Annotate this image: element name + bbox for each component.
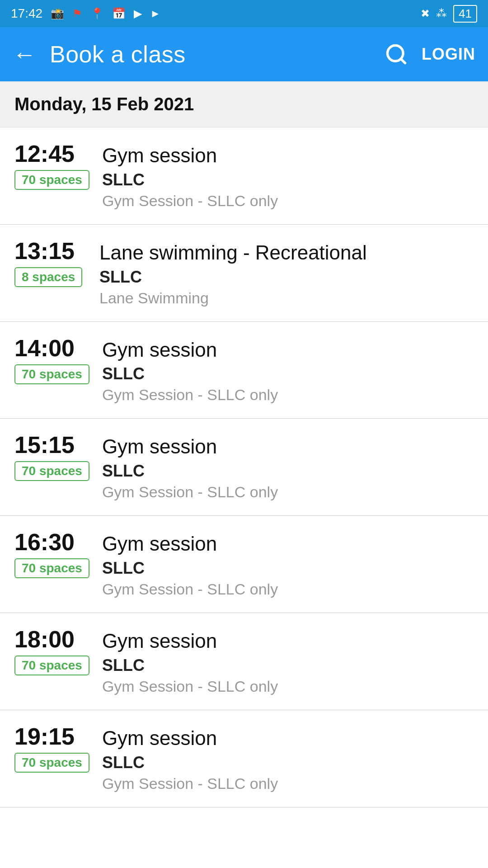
class-item[interactable]: 16:30 70 spaces Gym session SLLC Gym Ses… (0, 516, 488, 613)
class-name: Lane swimming - Recreational (99, 241, 474, 265)
class-item[interactable]: 15:15 70 spaces Gym session SLLC Gym Ses… (0, 419, 488, 516)
class-venue: SLLC (102, 462, 474, 481)
class-item[interactable]: 14:00 70 spaces Gym session SLLC Gym Ses… (0, 322, 488, 419)
class-info: Gym session SLLC Gym Session - SLLC only (102, 725, 474, 793)
status-bar: 17:42 📸 ⚑ 📍 📅 ▶ ► ✖ ⁂ 41 (0, 0, 488, 27)
class-time-col: 13:15 8 spaces (14, 239, 87, 287)
class-info: Gym session SLLC Gym Session - SLLC only (102, 142, 474, 210)
play-icon: ► (150, 7, 161, 20)
wifi-icon: ⁂ (436, 7, 447, 20)
class-description: Gym Session - SLLC only (102, 192, 474, 210)
class-time: 14:00 (14, 336, 75, 360)
class-venue: SLLC (102, 364, 474, 383)
battery-indicator: 41 (453, 5, 477, 23)
class-time: 12:45 (14, 142, 75, 165)
class-time: 15:15 (14, 433, 75, 457)
svg-line-1 (401, 59, 405, 63)
spaces-badge: 70 spaces (14, 753, 89, 773)
login-button[interactable]: LOGIN (422, 45, 475, 64)
class-venue: SLLC (102, 170, 474, 189)
class-name: Gym session (102, 435, 474, 459)
close-icon: ✖ (421, 7, 430, 20)
spaces-badge: 70 spaces (14, 656, 89, 675)
class-name: Gym session (102, 629, 474, 653)
youtube-icon: ▶ (134, 7, 142, 20)
class-info: Lane swimming - Recreational SLLC Lane S… (99, 239, 474, 307)
class-time-col: 15:15 70 spaces (14, 433, 89, 481)
class-venue: SLLC (99, 268, 474, 287)
class-name: Gym session (102, 338, 474, 362)
calendar-icon: 📅 (112, 7, 126, 20)
class-time: 16:30 (14, 530, 75, 554)
spaces-badge: 70 spaces (14, 170, 89, 190)
search-button[interactable] (385, 42, 408, 66)
spaces-badge: 70 spaces (14, 461, 89, 481)
class-name: Gym session (102, 532, 474, 556)
class-info: Gym session SLLC Gym Session - SLLC only (102, 530, 474, 598)
class-description: Gym Session - SLLC only (102, 483, 474, 501)
class-venue: SLLC (102, 559, 474, 578)
class-name: Gym session (102, 726, 474, 750)
class-info: Gym session SLLC Gym Session - SLLC only (102, 433, 474, 501)
class-item[interactable]: 18:00 70 spaces Gym session SLLC Gym Ses… (0, 613, 488, 710)
class-info: Gym session SLLC Gym Session - SLLC only (102, 627, 474, 695)
class-time-col: 16:30 70 spaces (14, 530, 89, 578)
class-time-col: 18:00 70 spaces (14, 627, 89, 675)
class-time: 18:00 (14, 627, 75, 651)
class-item[interactable]: 13:15 8 spaces Lane swimming - Recreatio… (0, 225, 488, 322)
spaces-badge: 70 spaces (14, 558, 89, 578)
page-title: Book a class (50, 41, 371, 68)
class-description: Lane Swimming (99, 289, 474, 307)
class-name: Gym session (102, 144, 474, 168)
photo-icon: 📸 (51, 7, 64, 20)
class-venue: SLLC (102, 753, 474, 772)
class-info: Gym session SLLC Gym Session - SLLC only (102, 336, 474, 404)
date-text: Monday, 15 Feb 2021 (14, 94, 194, 114)
maps2-icon: 📍 (90, 7, 104, 20)
class-time-col: 14:00 70 spaces (14, 336, 89, 384)
class-time: 19:15 (14, 725, 75, 748)
class-description: Gym Session - SLLC only (102, 775, 474, 793)
date-header: Monday, 15 Feb 2021 (0, 81, 488, 127)
class-description: Gym Session - SLLC only (102, 678, 474, 695)
back-button[interactable]: ← (13, 41, 36, 68)
class-item[interactable]: 19:15 70 spaces Gym session SLLC Gym Ses… (0, 710, 488, 807)
spaces-badge: 70 spaces (14, 364, 89, 384)
class-time-col: 19:15 70 spaces (14, 725, 89, 773)
class-item[interactable]: 12:45 70 spaces Gym session SLLC Gym Ses… (0, 127, 488, 225)
class-venue: SLLC (102, 656, 474, 675)
spaces-badge: 8 spaces (14, 267, 82, 287)
app-bar: ← Book a class LOGIN (0, 27, 488, 81)
maps-icon: ⚑ (72, 7, 82, 20)
class-time: 13:15 (14, 239, 75, 263)
class-time-col: 12:45 70 spaces (14, 142, 89, 190)
class-list: 12:45 70 spaces Gym session SLLC Gym Ses… (0, 127, 488, 807)
class-description: Gym Session - SLLC only (102, 580, 474, 598)
status-time: 17:42 (11, 6, 42, 21)
class-description: Gym Session - SLLC only (102, 386, 474, 404)
